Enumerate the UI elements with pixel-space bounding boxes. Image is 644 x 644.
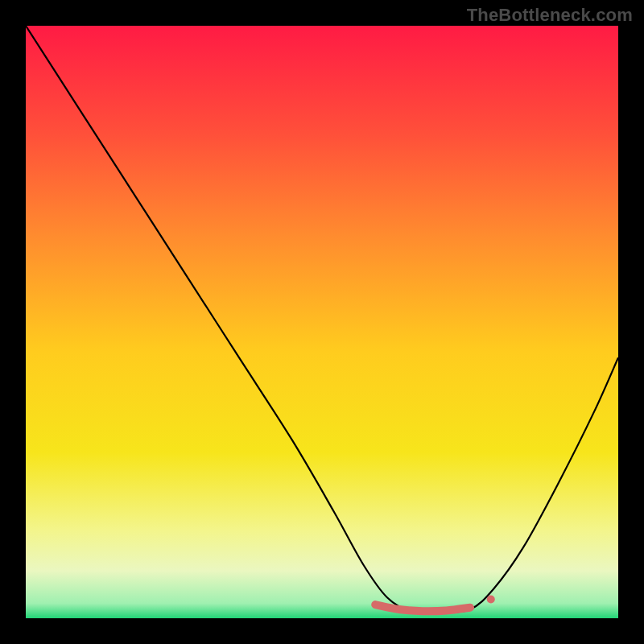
plot-background [26, 26, 618, 618]
watermark-text: TheBottleneck.com [467, 5, 633, 26]
optimal-end-dot [487, 595, 495, 603]
chart-frame: { "watermark": "TheBottleneck.com", "cha… [0, 0, 644, 644]
bottleneck-chart [0, 0, 644, 644]
